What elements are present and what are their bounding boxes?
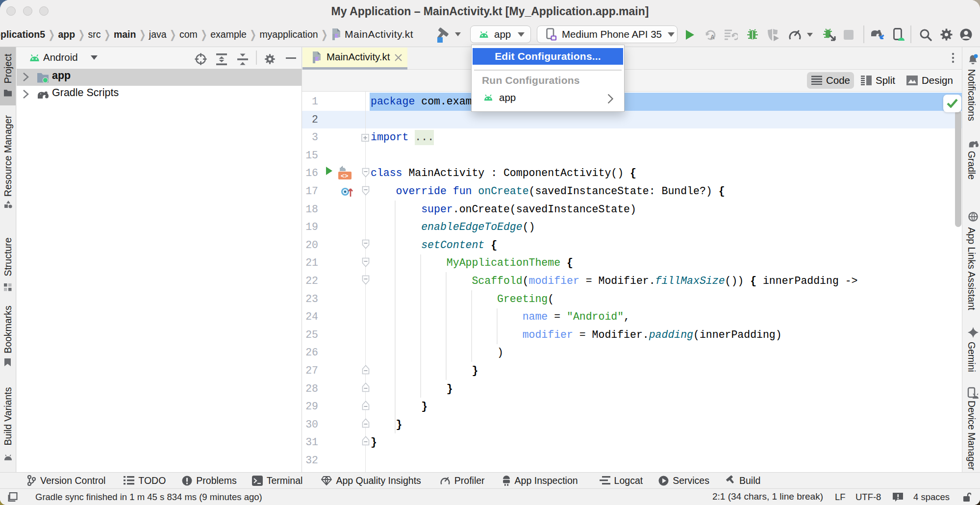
svg-text:<>: <> <box>341 173 349 180</box>
svg-text:A: A <box>710 34 715 41</box>
